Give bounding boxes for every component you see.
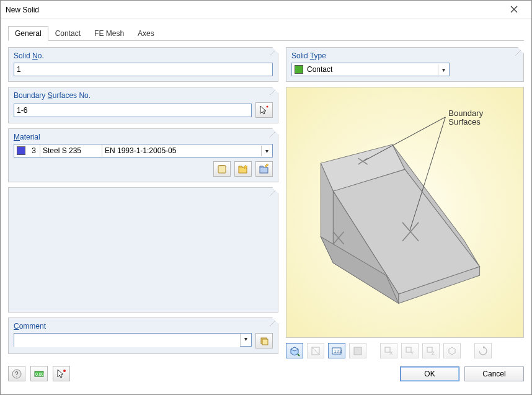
numbers-icon: 123 bbox=[331, 345, 342, 357]
tool2-icon bbox=[310, 345, 321, 357]
close-icon bbox=[510, 6, 518, 13]
view-rotate-button[interactable] bbox=[474, 343, 492, 358]
comment-combo[interactable]: ▾ bbox=[14, 333, 252, 347]
view-tool2-button[interactable] bbox=[307, 343, 324, 358]
stack-icon bbox=[259, 335, 270, 347]
svg-text:Y: Y bbox=[410, 350, 414, 356]
view-numbers-button[interactable]: 123 bbox=[328, 343, 345, 358]
ok-button[interactable]: OK bbox=[400, 366, 459, 381]
svg-rect-21 bbox=[354, 347, 361, 355]
svg-point-34 bbox=[63, 370, 66, 372]
chevron-down-icon: ▾ bbox=[438, 64, 449, 75]
units-button[interactable]: 0.00 bbox=[30, 366, 48, 381]
tab-contact[interactable]: Contact bbox=[48, 26, 87, 41]
edit-folder-icon bbox=[259, 164, 270, 175]
svg-text:Z: Z bbox=[432, 350, 435, 356]
material-num: 3 bbox=[28, 144, 40, 157]
svg-rect-4 bbox=[260, 167, 268, 173]
group-solid-type: Solid Type Contact ▾ bbox=[286, 47, 524, 82]
tab-general[interactable]: General bbox=[8, 26, 48, 41]
axis-z-icon: Z bbox=[425, 345, 437, 357]
help-button[interactable]: ? bbox=[8, 366, 25, 381]
view-show-button[interactable] bbox=[286, 343, 303, 358]
solid-type-value: Contact bbox=[306, 65, 438, 74]
edit-material-button[interactable] bbox=[255, 161, 273, 177]
cancel-button[interactable]: Cancel bbox=[464, 366, 524, 381]
material-library-button[interactable] bbox=[213, 161, 231, 177]
preview-pane: Boundary Surfaces bbox=[286, 87, 524, 338]
material-swatch bbox=[17, 146, 25, 155]
view-axis-y-button[interactable]: Y bbox=[401, 343, 419, 358]
cube-wire-icon bbox=[446, 345, 458, 357]
window-title: New Solid bbox=[6, 6, 502, 14]
chevron-down-icon: ▾ bbox=[261, 146, 272, 156]
svg-marker-29 bbox=[483, 346, 485, 348]
preview-label-line2: Surfaces bbox=[448, 117, 481, 126]
pick-surfaces-button[interactable] bbox=[255, 102, 273, 118]
solid-type-swatch bbox=[295, 65, 303, 74]
tool4-icon bbox=[352, 345, 363, 357]
pick-button[interactable] bbox=[53, 366, 70, 381]
preview-toolbar: 123 X Y Z bbox=[286, 343, 524, 358]
cursor-pick-icon bbox=[56, 368, 67, 379]
comment-apply-button[interactable] bbox=[255, 333, 273, 348]
label-boundary: Boundary Surfaces No. bbox=[14, 91, 273, 100]
titlebar: New Solid bbox=[1, 1, 531, 19]
label-comment: Comment bbox=[14, 322, 273, 331]
tab-axes[interactable]: Axes bbox=[131, 26, 161, 41]
group-material: Material 3 Steel S 235 EN 1993-1-1:2005-… bbox=[8, 128, 278, 182]
view-iso-button[interactable] bbox=[443, 343, 461, 358]
rotate-icon bbox=[477, 345, 489, 357]
group-comment: Comment ▾ bbox=[8, 317, 278, 354]
boundary-input[interactable] bbox=[14, 104, 252, 117]
new-folder-icon bbox=[237, 164, 249, 175]
svg-line-14 bbox=[365, 117, 446, 161]
svg-rect-6 bbox=[262, 339, 268, 345]
book-icon bbox=[216, 164, 228, 175]
comment-input[interactable] bbox=[14, 334, 240, 347]
new-material-button[interactable] bbox=[234, 161, 252, 177]
tab-fe-mesh[interactable]: FE Mesh bbox=[87, 26, 131, 41]
label-material: Material bbox=[14, 133, 273, 141]
svg-rect-1 bbox=[218, 166, 226, 173]
cube-color-icon bbox=[289, 345, 300, 357]
solid-type-select[interactable]: Contact ▾ bbox=[291, 63, 450, 76]
help-icon: ? bbox=[11, 368, 22, 379]
units-icon: 0.00 bbox=[33, 368, 45, 379]
chevron-down-icon: ▾ bbox=[240, 334, 251, 346]
svg-point-0 bbox=[267, 105, 268, 107]
label-solid-type: Solid Type bbox=[291, 51, 518, 60]
group-empty bbox=[8, 187, 278, 313]
solid-no-input[interactable] bbox=[14, 63, 273, 76]
close-button[interactable] bbox=[502, 5, 526, 15]
svg-text:0.00: 0.00 bbox=[35, 372, 44, 376]
axis-y-icon: Y bbox=[404, 345, 415, 357]
view-tool4-button[interactable] bbox=[349, 343, 366, 358]
svg-marker-28 bbox=[449, 347, 455, 355]
svg-text:?: ? bbox=[15, 371, 19, 378]
cursor-icon bbox=[259, 105, 270, 116]
view-axis-z-button[interactable]: Z bbox=[422, 343, 440, 358]
solid-preview-svg: Boundary Surfaces bbox=[286, 87, 523, 337]
group-boundary: Boundary Surfaces No. bbox=[8, 87, 278, 123]
material-spec: EN 1993-1-1:2005-05 bbox=[102, 146, 261, 155]
material-name: Steel S 235 bbox=[40, 144, 102, 157]
dialog-footer: ? 0.00 OK Cancel bbox=[1, 362, 531, 388]
svg-text:X: X bbox=[389, 350, 393, 356]
material-select[interactable]: 3 Steel S 235 EN 1993-1-1:2005-05 ▾ bbox=[14, 144, 273, 158]
group-solid-no: Solid No. bbox=[8, 47, 278, 82]
view-axis-x-button[interactable]: X bbox=[380, 343, 397, 358]
svg-rect-2 bbox=[239, 167, 247, 173]
svg-text:123: 123 bbox=[334, 348, 342, 354]
preview-label-line1: Boundary bbox=[448, 109, 483, 118]
axis-x-icon: X bbox=[383, 345, 394, 357]
label-solid-no: Solid No. bbox=[14, 51, 273, 60]
tab-strip: General Contact FE Mesh Axes bbox=[8, 25, 524, 41]
